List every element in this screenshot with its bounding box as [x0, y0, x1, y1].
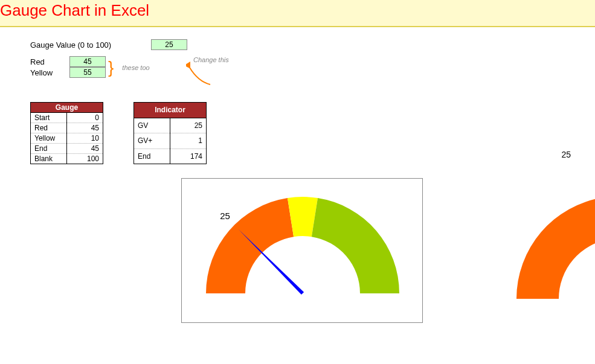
table-row: End45 — [31, 144, 103, 154]
gauge-value-input[interactable]: 25 — [151, 39, 187, 50]
table-row: Blank100 — [31, 154, 103, 164]
table-cell-key: Red — [31, 123, 67, 133]
table-row: End174 — [134, 148, 207, 164]
table-cell-val: 45 — [67, 144, 103, 154]
table-cell-val: 100 — [67, 154, 103, 164]
table-row: Start0 — [31, 113, 103, 123]
table-cell-val: 174 — [170, 148, 207, 164]
yellow-label: Yellow — [30, 68, 69, 77]
page-title: Gauge Chart in Excel — [0, 1, 595, 20]
change-this-note: Change this — [193, 56, 229, 63]
gauge-table: Gauge Start0Red45Yellow10End45Blank100 — [30, 102, 103, 164]
gauge-value-label: Gauge Value (0 to 100) — [30, 40, 151, 49]
table-row: Yellow10 — [31, 133, 103, 144]
table-cell-key: GV+ — [134, 133, 170, 149]
table-cell-key: End — [134, 148, 170, 164]
side-needle-label: 25 — [561, 150, 571, 159]
table-cell-val: 25 — [170, 118, 207, 133]
table-row: Red45 — [31, 123, 103, 133]
gauge-chart: 25 — [181, 178, 423, 323]
table-cell-key: End — [31, 144, 67, 154]
these-too-note: these too — [122, 64, 149, 71]
table-cell-val: 1 — [170, 133, 207, 149]
gauge-table-header: Gauge — [31, 103, 103, 113]
svg-text:25: 25 — [220, 211, 230, 221]
table-cell-val: 45 — [67, 123, 103, 133]
table-row: GV+1 — [134, 133, 207, 149]
table-cell-key: Start — [31, 113, 67, 123]
table-cell-val: 10 — [67, 133, 103, 144]
table-row: GV25 — [134, 118, 207, 133]
brace-icon: } — [108, 63, 114, 72]
indicator-table-header: Indicator — [134, 103, 207, 118]
table-cell-key: Blank — [31, 154, 67, 164]
table-cell-val: 0 — [67, 113, 103, 123]
red-value-input[interactable]: 45 — [69, 56, 106, 67]
indicator-table: Indicator GV25GV+1End174 — [133, 102, 207, 164]
table-cell-key: GV — [134, 118, 170, 133]
red-label: Red — [30, 57, 69, 66]
side-gauge-chart — [498, 184, 595, 323]
yellow-value-input[interactable]: 55 — [69, 67, 106, 78]
table-cell-key: Yellow — [31, 133, 67, 144]
title-bar: Gauge Chart in Excel — [0, 0, 595, 27]
